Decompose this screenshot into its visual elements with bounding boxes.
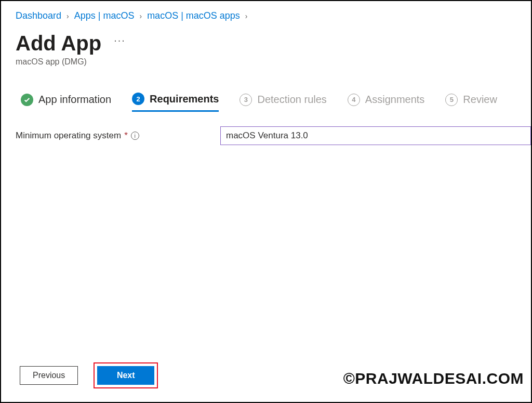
- tab-detection-rules[interactable]: 3 Detection rules: [240, 94, 326, 111]
- chevron-right-icon: ›: [66, 12, 69, 20]
- min-os-select[interactable]: [220, 126, 531, 145]
- label-text: Minimum operating system: [16, 131, 121, 141]
- min-os-label: Minimum operating system * i: [16, 131, 213, 141]
- tab-review[interactable]: 5 Review: [445, 94, 497, 111]
- breadcrumb: Dashboard › Apps | macOS › macOS | macOS…: [16, 10, 531, 21]
- breadcrumb-link-dashboard[interactable]: Dashboard: [16, 10, 61, 21]
- step-number-icon: 4: [348, 94, 360, 106]
- next-button[interactable]: Next: [97, 366, 154, 385]
- previous-button[interactable]: Previous: [20, 366, 78, 385]
- next-button-highlight: Next: [94, 362, 158, 388]
- page-subtitle: macOS app (DMG): [16, 57, 531, 67]
- tab-assignments[interactable]: 4 Assignments: [348, 94, 425, 111]
- step-number-icon: 5: [445, 94, 458, 106]
- tab-label: Requirements: [150, 93, 219, 105]
- tab-requirements[interactable]: 2 Requirements: [132, 93, 219, 112]
- chevron-right-icon: ›: [245, 12, 248, 20]
- wizard-footer: Previous Next: [20, 362, 158, 388]
- tab-label: Review: [463, 94, 497, 106]
- step-number-icon: 3: [240, 94, 252, 106]
- more-actions-icon[interactable]: ···: [114, 34, 126, 46]
- breadcrumb-link-apps-macos[interactable]: Apps | macOS: [74, 10, 135, 21]
- chevron-right-icon: ›: [139, 12, 142, 20]
- required-asterisk: *: [124, 131, 128, 141]
- watermark-text: ©PRAJWALDESAI.COM: [343, 370, 524, 387]
- step-number-icon: 2: [132, 93, 144, 105]
- checkmark-icon: [21, 94, 33, 106]
- tab-label: Assignments: [365, 94, 425, 106]
- form-row-min-os: Minimum operating system * i: [16, 126, 531, 145]
- wizard-tabs: App information 2 Requirements 3 Detecti…: [16, 93, 531, 112]
- tab-app-information[interactable]: App information: [21, 94, 111, 111]
- info-icon[interactable]: i: [131, 132, 139, 140]
- tab-label: App information: [38, 94, 111, 106]
- breadcrumb-link-macos-apps[interactable]: macOS | macOS apps: [147, 10, 240, 21]
- page-title: Add App: [16, 32, 101, 55]
- tab-label: Detection rules: [257, 94, 326, 106]
